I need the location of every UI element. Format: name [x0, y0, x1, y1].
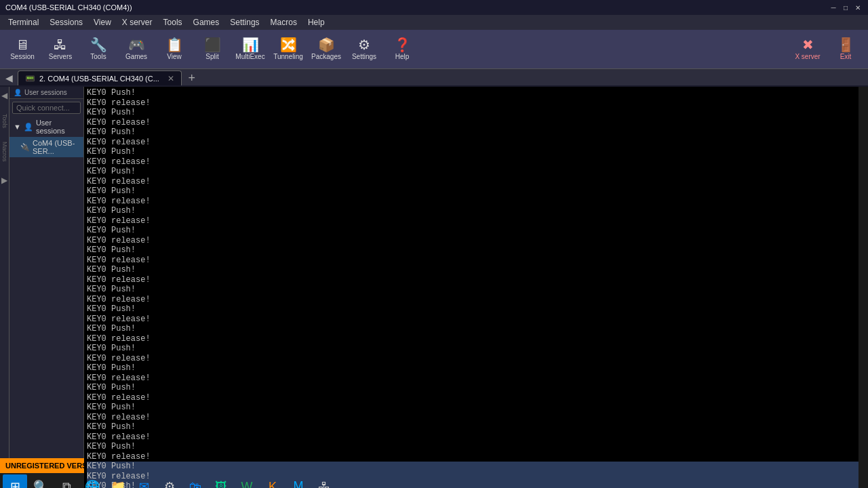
taskbar-search[interactable]: 🔍	[28, 474, 53, 488]
taskbar-photos[interactable]: 🖼	[209, 474, 233, 488]
terminal-line: KEY0 release!	[87, 275, 865, 285]
toolbar-session[interactable]: 🖥 Session	[5, 33, 39, 66]
titlebar-title: COM4 (USB-SERIAL CH340 (COM4))	[5, 3, 829, 12]
taskbar-mail[interactable]: ✉	[132, 474, 156, 488]
terminal-line: KEY0 Push!	[87, 403, 865, 413]
toolbar-view[interactable]: 📋 View	[157, 33, 191, 66]
terminal-line: KEY0 Push!	[87, 304, 865, 314]
menu-games[interactable]: Games	[188, 16, 225, 28]
collapse-arrow-mid[interactable]: Tools	[1, 114, 8, 128]
search-input[interactable]	[12, 102, 81, 114]
terminal-line: KEY0 Push!	[87, 88, 865, 98]
exit-icon: 🚪	[837, 38, 854, 52]
terminal-line: KEY0 release!	[87, 98, 865, 108]
tab-left-arrow[interactable]: ◀	[3, 70, 15, 85]
taskbar-taskview[interactable]: ⧉	[54, 474, 79, 488]
tools-icon: 🔧	[90, 38, 107, 52]
collapse-arrow-bottom[interactable]: ▶	[1, 176, 7, 185]
terminal-line: KEY0 Push!	[87, 422, 865, 432]
terminal-line: KEY0 Push!	[87, 324, 865, 334]
taskbar-edge[interactable]: 🌐	[80, 474, 104, 488]
taskbar-terminal[interactable]: 🖧	[312, 474, 336, 488]
taskbar-mobaxterm[interactable]: M	[286, 474, 311, 488]
sidebar-item-user-sessions[interactable]: ▼ 👤 User sessions	[9, 117, 83, 137]
terminal-line: KEY0 release!	[87, 314, 865, 325]
view-icon: 📋	[166, 38, 183, 52]
tab-com4-icon: 📟	[25, 74, 35, 83]
close-button[interactable]: ✕	[853, 3, 863, 12]
collapse-arrow-top[interactable]: ◀	[1, 91, 7, 100]
taskbar-word[interactable]: W	[235, 474, 259, 488]
terminal-line: KEY0 Push!	[87, 442, 865, 452]
toolbar-xserver[interactable]: ✖ X server	[791, 33, 825, 66]
toolbar-exit-label: Exit	[840, 53, 852, 60]
maximize-button[interactable]: □	[841, 3, 850, 12]
terminal-line: KEY0 release!	[87, 256, 865, 266]
sidebar-item-com4[interactable]: 🔌 CoM4 (USB-SER...	[9, 137, 83, 157]
toolbar-packages[interactable]: 📦 Packages	[309, 33, 343, 66]
minimize-button[interactable]: ─	[829, 3, 838, 12]
toolbar-multiexec[interactable]: 📊 MultiExec	[233, 33, 267, 66]
terminal-line: KEY0 Push!	[87, 245, 865, 256]
start-button[interactable]: ⊞	[3, 474, 27, 488]
toolbar-settings[interactable]: ⚙ Settings	[347, 33, 381, 66]
packages-icon: 📦	[318, 38, 335, 52]
titlebar: COM4 (USB-SERIAL CH340 (COM4)) ─ □ ✕	[0, 0, 868, 15]
toolbar-games[interactable]: 🎮 Games	[119, 33, 153, 66]
toolbar-split-label: Split	[205, 53, 218, 60]
sidebar-com4-icon: 🔌	[20, 143, 30, 152]
toolbar-split[interactable]: ⬛ Split	[195, 33, 229, 66]
terminal-line: KEY0 Push!	[87, 462, 865, 472]
terminal-line: KEY0 release!	[87, 216, 865, 226]
terminal-line: KEY0 release!	[87, 354, 865, 364]
terminal-line: KEY0 release!	[87, 138, 865, 148]
sidebar-header-label: User sessions	[24, 89, 67, 96]
menu-tools[interactable]: Tools	[158, 16, 188, 28]
menubar: Terminal Sessions View X server Tools Ga…	[0, 15, 868, 30]
sidebar-user-sessions-label: User sessions	[36, 119, 79, 135]
tunneling-icon: 🔀	[280, 38, 297, 52]
new-tab-button[interactable]: +	[184, 70, 199, 85]
taskbar-explorer[interactable]: 📁	[106, 474, 130, 488]
menu-xserver[interactable]: X server	[117, 16, 158, 28]
terminal[interactable]: KEY0 Push!KEY0 release!KEY0 Push!KEY0 re…	[84, 87, 868, 488]
menu-help[interactable]: Help	[302, 16, 330, 28]
menu-macros[interactable]: Macros	[265, 16, 302, 28]
toolbar-exit[interactable]: 🚪 Exit	[829, 33, 863, 66]
taskbar-store[interactable]: 🛍	[183, 474, 208, 488]
collapse-arrow-macros[interactable]: Macros	[1, 142, 8, 162]
tab-com4-label: 2. COM4 (USB-SERIAL CH340 (C...	[39, 75, 159, 83]
terminal-line: KEY0 release!	[87, 432, 865, 443]
help-icon: ❓	[394, 38, 411, 52]
terminal-line: KEY0 Push!	[87, 265, 865, 275]
taskbar-keil[interactable]: K	[260, 474, 285, 488]
menu-terminal[interactable]: Terminal	[3, 16, 44, 28]
tab-com4[interactable]: 📟 2. COM4 (USB-SERIAL CH340 (C... ✕	[18, 70, 182, 85]
terminal-wrapper: KEY0 Push!KEY0 release!KEY0 Push!KEY0 re…	[84, 87, 868, 488]
games-icon: 🎮	[128, 38, 145, 52]
taskbar-settings2[interactable]: ⚙	[157, 474, 182, 488]
session-icon: 🖥	[16, 38, 29, 52]
toolbar: 🖥 Session 🖧 Servers 🔧 Tools 🎮 Games 📋 Vi…	[0, 30, 868, 69]
sidebar-com4-label: CoM4 (USB-SER...	[33, 139, 79, 155]
terminal-line: KEY0 Push!	[87, 285, 865, 295]
toolbar-help[interactable]: ❓ Help	[385, 33, 419, 66]
toolbar-tools[interactable]: 🔧 Tools	[81, 33, 115, 66]
terminal-line: KEY0 Push!	[87, 147, 865, 157]
toolbar-view-label: View	[167, 53, 182, 60]
toolbar-games-label: Games	[125, 53, 147, 60]
toolbar-help-label: Help	[395, 53, 410, 60]
xserver-icon: ✖	[802, 38, 814, 52]
multiexec-icon: 📊	[242, 38, 259, 52]
toolbar-servers[interactable]: 🖧 Servers	[43, 33, 77, 66]
menu-view[interactable]: View	[88, 16, 117, 28]
menu-sessions[interactable]: Sessions	[44, 16, 88, 28]
sidebar-expand-icon: ▼	[14, 123, 21, 131]
toolbar-tunneling[interactable]: 🔀 Tunneling	[271, 33, 305, 66]
tab-com4-close[interactable]: ✕	[167, 74, 174, 83]
main-area: ◀ Tools Macros ▶ 👤 User sessions ▼ 👤 Use…	[0, 87, 868, 458]
terminal-line: KEY0 Push!	[87, 108, 865, 118]
terminal-scrollbar[interactable]	[859, 87, 868, 488]
menu-settings[interactable]: Settings	[224, 16, 264, 28]
terminal-line: KEY0 release!	[87, 295, 865, 305]
